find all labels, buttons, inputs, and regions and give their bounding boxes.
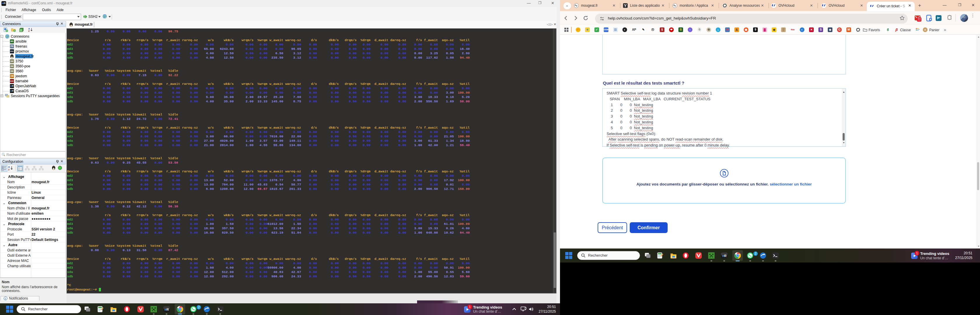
svg-text:R: R (724, 254, 727, 258)
svg-text:A: A (8, 165, 10, 168)
svg-text:Z: Z (8, 168, 10, 171)
svg-text:R: R (167, 308, 169, 311)
svg-text:Z: Z (28, 30, 30, 32)
